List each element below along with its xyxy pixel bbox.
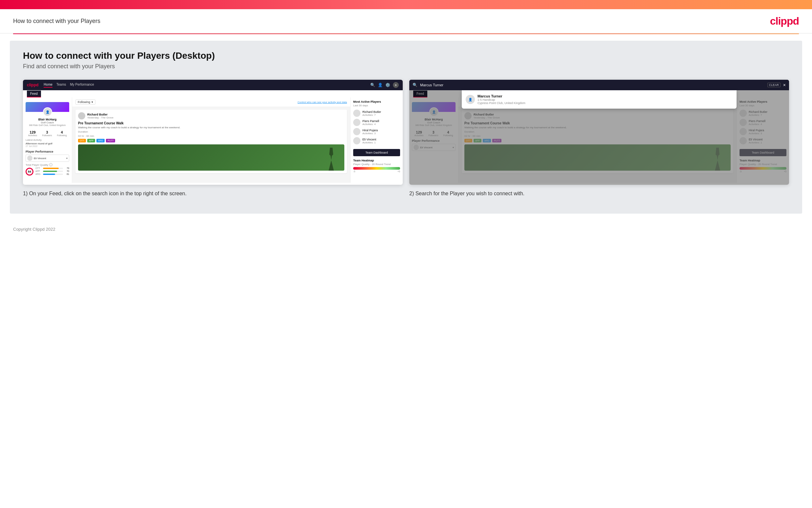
search-result-handicap-2: 1-5 Handicap [477,98,525,101]
profile-section-1: 👤 Blair McHarg Golf Coach Mill Ride Golf… [26,100,69,128]
nav-teams-1[interactable]: Teams [56,83,66,88]
activity-duration-time-1: 02 hr : 00 min [78,134,344,137]
search-result-dropdown-2: 👤 Marcus Turner 1-5 Handicap Cypress Poi… [462,90,736,109]
top-bar [0,0,812,9]
following-num-1: 4 [57,130,67,134]
app-bar-1: APP 70 [36,170,69,172]
activities-stat-1: 129 Activities [28,130,37,136]
main-subheading: Find and connect with your Players [23,63,789,70]
following-bar-1: Following ▾ Control who can see your act… [72,97,350,107]
following-label-1: Following [57,134,67,136]
app-navbar-1: clippd Home Teams My Performance 🔍 👤 ⚙️ … [23,80,403,90]
following-btn-1[interactable]: Following ▾ [76,99,95,105]
page-title: How to connect with your Players [13,18,100,25]
activities-num-1: 129 [28,130,37,134]
activity-meta-1: Yesterday - The Grove [87,116,344,119]
app-mockup-2: clippd Home Teams My Performance 🔍 👤 ⚙️ … [409,80,789,185]
player-avatar-hiral-1 [353,128,361,135]
search-icon-1[interactable]: 🔍 [370,83,375,87]
activity-card-header-1: Richard Butler Yesterday - The Grove [78,112,344,120]
clippd-logo: clippd [770,15,799,27]
search-result-avatar-2: 👤 [466,95,475,104]
copyright-text: Copyright Clippd 2022 [13,227,55,232]
latest-activity-text-1: Afternoon round of golf [26,142,69,145]
tag-ott-1: OTT [78,139,86,142]
nav-home-1[interactable]: Home [44,83,52,88]
nav-performance-1[interactable]: My Performance [70,83,94,88]
right-panel-1: Most Active Players Last 30 days Richard… [350,97,403,183]
player-select-1[interactable]: Eli Vincent ▾ [26,155,69,162]
search-result-club-2: Cypress Point Club, United Kingdom [477,101,525,105]
player-performance-title-1: Player Performance [26,150,69,153]
team-dashboard-btn-1[interactable]: Team Dashboard [353,149,400,156]
page-header: How to connect with your Players clippd [0,9,812,34]
user-avatar-nav-1[interactable]: B [393,82,399,88]
player-select-name-1: Eli Vincent [34,157,65,160]
search-clear-btn-2[interactable]: CLEAR [767,83,780,87]
latest-activity-date-1: 27 Jul 2022 [26,145,69,147]
settings-icon-1[interactable]: ⚙️ [385,83,390,87]
control-link-1[interactable]: Control who can see your activity and da… [297,101,347,104]
feed-tab-1[interactable]: Feed [27,91,41,97]
tag-app-1: APP [87,139,95,142]
middle-panel-1: Following ▾ Control who can see your act… [72,97,350,183]
player-list-richard-1: Richard Butler Activities: 7 [353,110,400,117]
screenshot-2-container: clippd Home Teams My Performance 🔍 👤 ⚙️ … [409,80,789,197]
step-1-description: 1) On your Feed, click on the search ico… [23,190,403,197]
latest-activity-label-1: Latest Activity [26,138,69,141]
main-heading: How to connect with your Players (Deskto… [23,50,789,61]
player-list-eli-1: Eli Vincent Activities: 1 [353,137,400,144]
golf-image-1 [78,144,344,171]
player-avatar-eli-1 [353,137,361,144]
followers-num-1: 3 [42,130,52,134]
golf-silhouette-1 [325,148,338,171]
most-active-sub-1: Last 30 days [353,104,400,107]
player-select-arrow-1: ▾ [66,157,67,160]
quality-label-1: Total Player Quality i [26,163,69,166]
tag-arg-1: ARG [96,139,105,142]
search-bar-overlay-2: 🔍 CLEAR × [409,80,789,90]
most-active-title-1: Most Active Players [353,100,400,103]
activity-desc-1: Walking the course with my coach to buil… [78,126,344,129]
header-divider [13,34,799,34]
info-icon-1: i [49,163,52,166]
step-2-description: 2) Search for the Player you wish to con… [409,190,789,197]
activity-tags-1: OTT APP ARG PUTT [78,139,344,142]
activity-user-info-1: Richard Butler Yesterday - The Grove [87,113,344,119]
quality-bars-1: OTT 79 APP [36,167,69,176]
app-logo-1: clippd [27,83,38,87]
followers-label-1: Followers [42,134,52,136]
app-nav-items-1: Home Teams My Performance [44,83,94,88]
left-panel-1: 👤 Blair McHarg Golf Coach Mill Ride Golf… [23,97,72,183]
activity-user-avatar-1 [78,112,85,120]
search-close-btn-2[interactable]: × [783,82,786,88]
profile-title-1: Golf Coach [26,121,69,124]
activity-card-1: Richard Butler Yesterday - The Grove Pre… [76,110,347,173]
profile-name-1: Blair McHarg [26,118,69,121]
profile-stats-1: 129 Activities 3 Followers 4 Following [26,130,69,136]
app-mockup-1: clippd Home Teams My Performance 🔍 👤 ⚙️ … [23,80,403,185]
activities-label-1: Activities [28,134,37,136]
following-stat-1: 4 Following [57,130,67,136]
app-body-1: 👤 Blair McHarg Golf Coach Mill Ride Golf… [23,97,403,183]
search-input-2[interactable] [420,83,765,87]
activity-duration-1: Duration [78,130,344,133]
profile-avatar-1: 👤 [43,107,52,117]
search-result-item-marcus[interactable]: 👤 Marcus Turner 1-5 Handicap Cypress Poi… [464,93,734,106]
player-select-avatar-1 [27,156,33,161]
followers-stat-1: 3 Followers [42,130,52,136]
activity-user-name-1: Richard Butler [87,113,344,116]
app-nav-right-1: 🔍 👤 ⚙️ B [370,82,399,88]
tag-putt-1: PUTT [106,139,115,142]
player-avatar-piers-1 [353,119,361,126]
user-icon-1[interactable]: 👤 [378,83,383,87]
player-list-hiral-1: Hiral Pujara Activities: 3 [353,128,400,135]
quality-row-1: 84 OTT 79 APP [26,167,69,176]
main-content: How to connect with your Players (Deskto… [10,41,802,214]
search-icon-overlay-2: 🔍 [413,83,418,87]
player-avatar-richard-1 [353,110,361,117]
page-footer: Copyright Clippd 2022 [0,220,812,238]
screenshot-1-container: clippd Home Teams My Performance 🔍 👤 ⚙️ … [23,80,403,197]
screenshots-row: clippd Home Teams My Performance 🔍 👤 ⚙️ … [23,80,789,197]
heatmap-bar-1 [353,167,400,170]
